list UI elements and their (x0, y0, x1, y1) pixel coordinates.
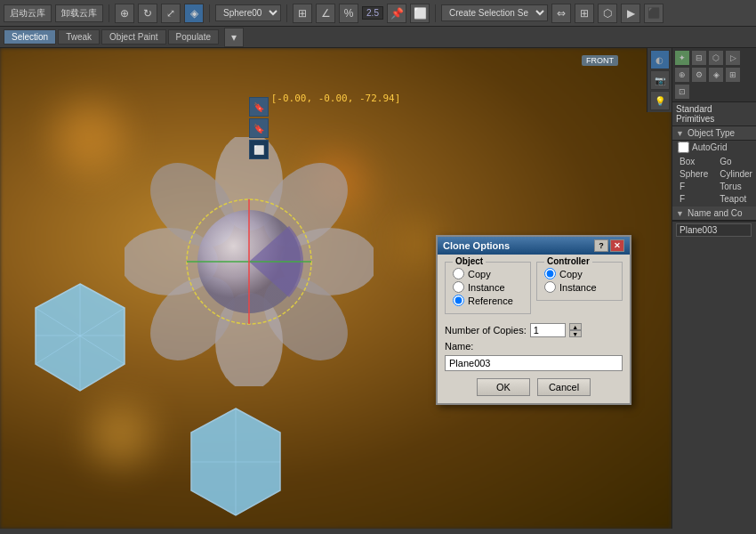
ok-button[interactable]: OK (477, 378, 530, 396)
num-copies-row: Number of Copies: ▲ ▼ (445, 323, 623, 337)
panel-utilities-icon[interactable]: ⚙ (691, 67, 707, 83)
vp-camera-icon[interactable]: 📷 (650, 70, 670, 90)
rotate-icon[interactable]: ↻ (138, 4, 157, 23)
num-copies-label: Number of Copies: (445, 325, 527, 336)
f2-btn[interactable]: Torus (714, 181, 756, 192)
mirror-icon[interactable]: ⇔ (551, 4, 571, 23)
panel-create-icon[interactable]: ✦ (674, 50, 690, 66)
create-sel-dropdown[interactable]: Create Selection Se (441, 4, 548, 21)
populate-icon[interactable]: ▾ (224, 28, 244, 47)
object-group-legend: Object (453, 256, 486, 266)
name-label: Name: (445, 341, 623, 352)
name-input[interactable] (445, 355, 623, 371)
name-section-label: Name and Co (688, 208, 743, 218)
spin-down-btn[interactable]: ▼ (569, 330, 582, 337)
panel-modify-icon[interactable]: ⊟ (691, 50, 707, 66)
tab-selection[interactable]: Selection (4, 29, 56, 44)
go-btn[interactable]: Go (714, 156, 756, 167)
percent-snap-icon[interactable]: % (339, 4, 358, 23)
panel-hierarchy-icon[interactable]: ⬡ (708, 50, 724, 66)
dialog-title: Clone Options (443, 240, 510, 251)
bookmark-btn-1[interactable]: 🔖 (249, 97, 269, 117)
panel-extra3-icon[interactable]: ⊡ (674, 84, 690, 100)
render2-icon[interactable]: ⬛ (644, 4, 664, 23)
tab-object-paint[interactable]: Object Paint (101, 29, 165, 44)
ctrl-instance-radio[interactable] (544, 281, 556, 293)
controller-group: Controller Copy Instance (536, 262, 623, 301)
viewport[interactable]: [-0.00, -0.00, -72.94] FRONT 🔖 🔖 ⬜ ◐ 📷 💡… (0, 48, 672, 529)
obj-copy-radio[interactable] (453, 268, 464, 279)
sphere-dropdown[interactable]: Sphere00 (215, 4, 281, 21)
second-toolbar: Selection Tweak Object Paint Populate ▾ (0, 27, 756, 48)
start-cloud-btn[interactable]: 启动云库 (4, 4, 52, 22)
object-group: Object Copy Instance Refer (445, 262, 531, 314)
teapot-btn[interactable]: Teapot (714, 193, 756, 205)
f1-btn[interactable]: Cylinder (714, 168, 756, 180)
torus-btn[interactable]: F (674, 193, 713, 205)
dialog-body: Object Copy Instance Refer (438, 255, 630, 403)
autogrid-label: AutoGrid (692, 142, 727, 152)
obj-copy-row: Copy (453, 268, 523, 279)
autogrid-row: AutoGrid (672, 141, 756, 154)
render-icon[interactable]: ▶ (621, 4, 640, 23)
separator-3 (286, 4, 287, 22)
angle-snap-icon[interactable]: ∠ (316, 4, 335, 23)
viewport-right-toolbar: ◐ 📷 💡 (647, 48, 672, 112)
align-icon[interactable]: ⬜ (410, 4, 430, 23)
coord-label: [-0.00, -0.00, -72.94] (271, 93, 401, 104)
flower-object (125, 137, 374, 386)
pin-icon[interactable]: 📌 (387, 4, 406, 23)
object-type-header[interactable]: ▼ Object Type (672, 126, 756, 141)
unload-cloud-btn[interactable]: 卸载云库 (55, 4, 103, 22)
primitives-grid: Box Go Sphere Cylinder F Torus F Teapot (672, 154, 756, 206)
dialog-close-btn[interactable]: ✕ (610, 239, 624, 252)
select-icon[interactable]: ◈ (184, 4, 204, 23)
name-section-header[interactable]: ▼ Name and Co (672, 206, 756, 221)
extra-icon[interactable]: ⬡ (598, 4, 617, 23)
standard-primitives-header: Standard Primitives (672, 102, 756, 126)
separator-2 (209, 4, 210, 22)
name-value-input[interactable] (676, 223, 752, 237)
controller-group-legend: Controller (544, 256, 592, 266)
box-btn[interactable]: Box (674, 156, 713, 167)
tab-populate[interactable]: Populate (168, 29, 219, 44)
scale-icon[interactable]: ⤢ (161, 4, 181, 23)
bokeh-1 (53, 101, 125, 173)
sphere-btn[interactable]: Sphere (674, 168, 713, 180)
dialog-help-btn[interactable]: ? (594, 239, 608, 252)
vp-render-icon[interactable]: ◐ (650, 50, 670, 69)
bokeh-5 (400, 226, 436, 262)
array-icon[interactable]: ⊞ (575, 4, 594, 23)
cancel-button[interactable]: Cancel (537, 378, 591, 396)
move-icon[interactable]: ⊕ (115, 4, 134, 23)
bookmark-btn-2[interactable]: 🔖 (249, 118, 269, 138)
obj-instance-radio[interactable] (453, 281, 464, 293)
dialog-titlebar: Clone Options ? ✕ (438, 237, 630, 255)
right-panel: ✦ ⊟ ⬡ ▷ ⊕ ⚙ ◈ ⊞ ⊡ Standard Primitives ▼ … (672, 48, 756, 529)
bookmark-btn-3[interactable]: ⬜ (249, 140, 269, 159)
dialog-title-buttons: ? ✕ (594, 239, 624, 252)
panel-extra2-icon[interactable]: ⊞ (725, 67, 741, 83)
cylinder-btn[interactable]: F (674, 181, 713, 192)
panel-motion-icon[interactable]: ▷ (725, 50, 741, 66)
object-group-container: Object Copy Instance Refer (445, 262, 531, 320)
separator-1 (109, 4, 109, 22)
obj-reference-radio[interactable] (453, 295, 464, 306)
spin-up-btn[interactable]: ▲ (569, 323, 582, 330)
obj-reference-label: Reference (468, 295, 513, 306)
num-copies-input[interactable] (530, 323, 566, 337)
obj-instance-row: Instance (453, 281, 523, 293)
autogrid-checkbox[interactable] (678, 142, 689, 153)
ctrl-copy-radio[interactable] (544, 268, 556, 279)
hexagon-left (27, 279, 133, 395)
vp-light-icon[interactable]: 💡 (650, 91, 670, 110)
obj-instance-label: Instance (468, 282, 505, 293)
groups-container: Object Copy Instance Refer (445, 262, 623, 320)
ctrl-copy-label: Copy (559, 269, 583, 279)
hexagon-bottom (178, 404, 294, 520)
clone-dialog: Clone Options ? ✕ Object Copy (436, 235, 631, 405)
panel-extra1-icon[interactable]: ◈ (708, 67, 724, 83)
tab-tweak[interactable]: Tweak (58, 29, 100, 44)
panel-display-icon[interactable]: ⊕ (674, 67, 690, 83)
snap-icon[interactable]: ⊞ (293, 4, 312, 23)
